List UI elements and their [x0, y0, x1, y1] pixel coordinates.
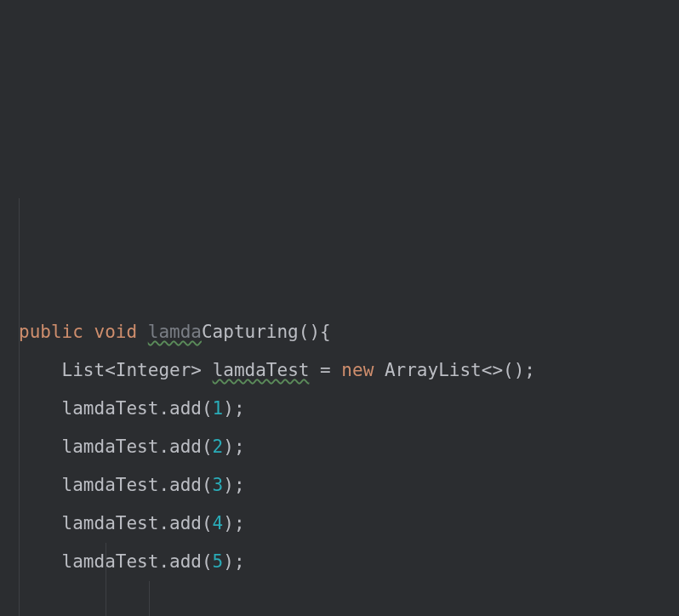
punct: (){ [299, 322, 331, 342]
code-editor[interactable]: public void lamdaCapturing(){ List<Integ… [0, 153, 679, 616]
method-name-typo: lamda [148, 322, 202, 342]
number-literal: 5 [213, 551, 224, 572]
code-line: public void lamdaCapturing(){ [19, 313, 679, 351]
indent [19, 360, 62, 380]
code-line-blank [19, 581, 679, 616]
type-arraylist: ArrayList [374, 360, 481, 380]
keyword-void: void [94, 322, 138, 342]
code-line: lamdaTest.add(2); [19, 428, 679, 466]
code-line: List<Integer> lamdaTest = new ArrayList<… [19, 351, 679, 390]
type-list: List [62, 360, 106, 380]
number-literal: 1 [213, 398, 224, 419]
number-literal: 3 [213, 475, 224, 495]
number-literal: 2 [213, 436, 224, 457]
code-line: lamdaTest.add(5); [19, 543, 679, 581]
keyword-public: public [19, 322, 83, 342]
method-name-rest: Capturing [202, 322, 299, 342]
code-line: lamdaTest.add(3); [19, 466, 679, 505]
number-literal: 4 [213, 513, 224, 533]
code-line: lamdaTest.add(4); [19, 505, 679, 543]
code-line: lamdaTest.add(1); [19, 390, 679, 428]
var-lamdaTest-typo: lamdaTest [213, 360, 310, 380]
keyword-new: new [341, 360, 374, 380]
type-integer: Integer [116, 360, 191, 380]
